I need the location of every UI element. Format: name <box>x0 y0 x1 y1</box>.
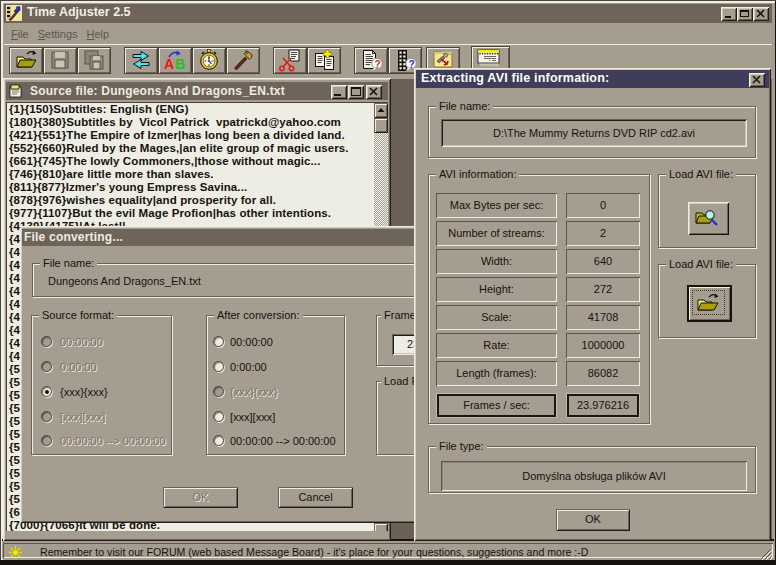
svg-text:B: B <box>175 56 185 71</box>
svg-text:?: ? <box>374 59 380 70</box>
svg-text:A: A <box>164 56 174 71</box>
